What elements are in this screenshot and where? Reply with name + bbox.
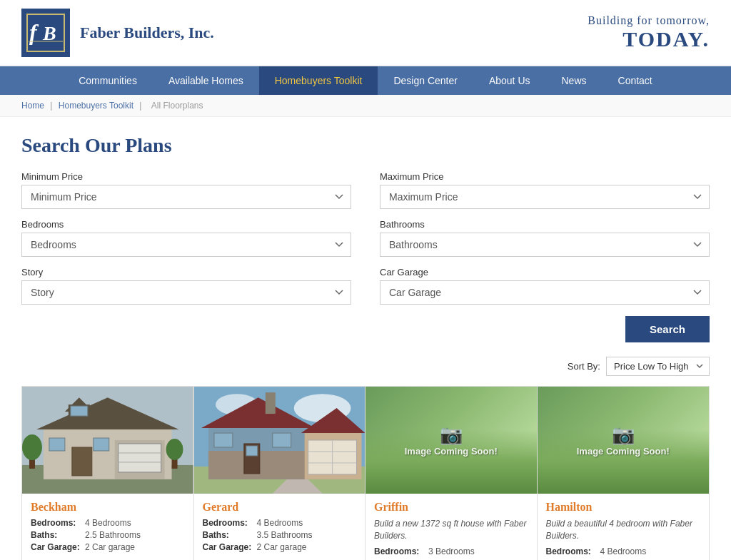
bathrooms-label: Bathrooms bbox=[380, 219, 710, 230]
camera-icon: 📷 bbox=[405, 424, 498, 446]
svg-rect-14 bbox=[49, 438, 65, 451]
bedrooms-select[interactable]: Bedrooms bbox=[21, 233, 351, 257]
main-nav: Communities Available Homes Homebuyers T… bbox=[0, 66, 731, 95]
hamilton-name: Hamilton bbox=[546, 501, 701, 514]
min-price-select[interactable]: Minimum Price bbox=[21, 185, 351, 209]
search-button-row: Search bbox=[21, 316, 710, 342]
svg-rect-37 bbox=[246, 446, 257, 456]
tagline: Building for tomorrow, TODAY. bbox=[588, 14, 710, 51]
bathrooms-select[interactable]: Bathrooms bbox=[380, 233, 710, 257]
main-content: Search Our Plans Minimum Price Minimum P… bbox=[0, 117, 731, 560]
svg-point-22 bbox=[166, 439, 183, 460]
coming-soon-text: Image Coming Soon! bbox=[405, 446, 498, 457]
car-garage-label: Car Garage bbox=[380, 267, 710, 278]
bedrooms-label: Bedrooms bbox=[21, 219, 351, 230]
min-price-group: Minimum Price Minimum Price bbox=[21, 171, 351, 209]
svg-rect-39 bbox=[272, 433, 291, 447]
griffin-description: Build a new 1372 sq ft house with Faber … bbox=[374, 518, 528, 542]
breadcrumb-home[interactable]: Home bbox=[21, 101, 44, 111]
nav-about-us[interactable]: About Us bbox=[473, 66, 546, 95]
svg-text:B: B bbox=[42, 22, 56, 44]
gerard-house-image bbox=[194, 387, 366, 494]
max-price-select[interactable]: Maximum Price bbox=[380, 185, 710, 209]
nav-design-center[interactable]: Design Center bbox=[378, 66, 473, 95]
svg-rect-10 bbox=[119, 444, 161, 472]
car-garage-group: Car Garage Car Garage bbox=[380, 267, 710, 305]
beckham-bedrooms: Bedrooms: 4 Bedrooms bbox=[31, 518, 185, 528]
beckham-house-image bbox=[22, 387, 193, 494]
company-name: Faber Builders, Inc. bbox=[80, 24, 214, 42]
max-price-group: Maximum Price Maximum Price bbox=[380, 171, 710, 209]
header: f B Faber Builders, Inc. Building for to… bbox=[0, 0, 731, 66]
griffin-image-placeholder: 📷 Image Coming Soon! bbox=[366, 387, 537, 494]
gerard-card-body: Gerard Bedrooms: 4 Bedrooms Baths: 3.5 B… bbox=[194, 494, 366, 560]
griffin-name: Griffin bbox=[374, 501, 528, 514]
hamilton-image-placeholder: 📷 Image Coming Soon! bbox=[538, 387, 710, 494]
breadcrumb-toolkit[interactable]: Homebuyers Toolkit bbox=[59, 101, 133, 111]
nav-available-homes[interactable]: Available Homes bbox=[153, 66, 259, 95]
camera-icon: 📷 bbox=[577, 424, 670, 446]
svg-rect-18 bbox=[71, 406, 88, 416]
home-card-hamilton[interactable]: 📷 Image Coming Soon! Hamilton Build a be… bbox=[538, 387, 710, 560]
gerard-garage: Car Garage: 2 Car garage bbox=[203, 542, 357, 552]
breadcrumb: Home | Homebuyers Toolkit | All Floorpla… bbox=[0, 95, 731, 117]
griffin-card-body: Griffin Build a new 1372 sq ft house wit… bbox=[366, 494, 537, 560]
beckham-garage: Car Garage: 2 Car garage bbox=[31, 542, 185, 552]
sort-row: Sort By: Price Low To High Price High To… bbox=[21, 357, 710, 376]
nav-communities[interactable]: Communities bbox=[63, 66, 153, 95]
breadcrumb-current: All Floorplans bbox=[151, 101, 203, 111]
svg-rect-15 bbox=[94, 438, 109, 451]
beckham-name: Beckham bbox=[31, 501, 185, 514]
home-card-gerard[interactable]: Gerard Bedrooms: 4 Bedrooms Baths: 3.5 B… bbox=[194, 387, 366, 560]
nav-contact[interactable]: Contact bbox=[603, 66, 668, 95]
svg-rect-40 bbox=[265, 392, 275, 414]
story-label: Story bbox=[21, 267, 351, 278]
sort-select[interactable]: Price Low To High Price High To Low Bedr… bbox=[606, 357, 710, 376]
gerard-bedrooms: Bedrooms: 4 Bedrooms bbox=[203, 518, 357, 528]
beckham-baths: Baths: 2.5 Bathrooms bbox=[31, 530, 185, 540]
nav-news[interactable]: News bbox=[546, 66, 603, 95]
nav-homebuyers-toolkit[interactable]: Homebuyers Toolkit bbox=[259, 66, 378, 95]
car-garage-select[interactable]: Car Garage bbox=[380, 280, 710, 305]
company-logo: f B bbox=[21, 9, 70, 57]
svg-rect-13 bbox=[72, 447, 92, 476]
min-price-label: Minimum Price bbox=[21, 171, 351, 182]
homes-grid: Beckham Bedrooms: 4 Bedrooms Baths: 2.5 … bbox=[21, 386, 710, 560]
story-select[interactable]: Story bbox=[21, 280, 351, 305]
griffin-bedrooms: Bedrooms: 3 Bedrooms bbox=[374, 546, 528, 556]
logo-area: f B Faber Builders, Inc. bbox=[21, 9, 214, 57]
bedrooms-group: Bedrooms Bedrooms bbox=[21, 219, 351, 257]
story-group: Story Story bbox=[21, 267, 351, 305]
tagline-line1: Building for tomorrow, bbox=[588, 14, 710, 27]
hamilton-card-body: Hamilton Build a beautiful 4 bedroom wit… bbox=[538, 494, 710, 560]
bathrooms-group: Bathrooms Bathrooms bbox=[380, 219, 710, 257]
svg-point-20 bbox=[22, 434, 42, 460]
sort-label: Sort By: bbox=[568, 361, 600, 372]
tagline-line2: TODAY. bbox=[588, 27, 710, 51]
gerard-name: Gerard bbox=[203, 501, 357, 514]
coming-soon-text: Image Coming Soon! bbox=[577, 446, 670, 457]
search-button[interactable]: Search bbox=[625, 316, 710, 342]
max-price-label: Maximum Price bbox=[380, 171, 710, 182]
home-card-beckham[interactable]: Beckham Bedrooms: 4 Bedrooms Baths: 2.5 … bbox=[22, 387, 194, 560]
home-card-griffin[interactable]: 📷 Image Coming Soon! Griffin Build a new… bbox=[366, 387, 538, 560]
beckham-card-body: Beckham Bedrooms: 4 Bedrooms Baths: 2.5 … bbox=[22, 494, 193, 560]
filters-grid: Minimum Price Minimum Price Maximum Pric… bbox=[21, 171, 710, 305]
hamilton-description: Build a beautiful 4 bedroom with Faber B… bbox=[546, 518, 701, 542]
hamilton-bedrooms: Bedrooms: 4 Bedrooms bbox=[546, 546, 701, 556]
svg-rect-38 bbox=[213, 433, 232, 447]
page-title: Search Our Plans bbox=[21, 134, 710, 157]
gerard-baths: Baths: 3.5 Bathrooms bbox=[203, 530, 357, 540]
